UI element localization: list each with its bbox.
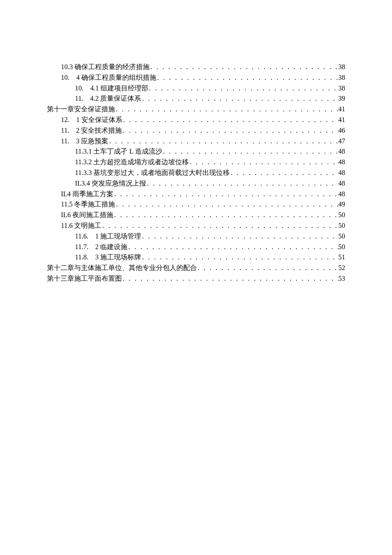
toc-page-number: 48 [338, 157, 345, 168]
toc-page-number: 39 [338, 93, 345, 104]
toc-label: 第十二章与主体施工单位、其他专业分包人的配合 [47, 263, 197, 273]
toc-label: 第十三章施工平面布置图 [47, 273, 122, 284]
toc-entry: 11.3.1 土车丁成孑 L 造成流沙 48 [47, 146, 345, 157]
toc-leader-dots [156, 73, 338, 83]
toc-page-number: 38 [338, 73, 345, 83]
toc-entry: 10.3 确保工程质量的经济措施 38 [47, 62, 345, 73]
toc-entry: 11. 2 安全技术措施 46 [47, 125, 345, 136]
toc-page-number: 52 [338, 263, 345, 273]
table-of-contents: 10.3 确保工程质量的经济措施 38 10. 4 确保工程质量的组织措施 38… [47, 62, 345, 284]
toc-page-number: 41 [338, 104, 345, 115]
toc-entry: 第十三章施工平面布置图 53 [47, 273, 345, 284]
toc-page-number: 50 [338, 210, 345, 221]
toc-page-number: 41 [338, 115, 345, 125]
toc-leader-dots [113, 189, 338, 200]
toc-leader-dots [197, 263, 338, 273]
toc-entry: 第十一章安全保证措施 41 [47, 104, 345, 115]
toc-entry: 11.3.2 土方超挖造成塌方或者边坡位移 48 [47, 157, 345, 168]
toc-leader-dots [189, 157, 338, 168]
toc-label: 12. 1 安全保证体系 [61, 115, 122, 125]
toc-entry: 11. 4.2 质量保证体系 39 [47, 93, 345, 104]
toc-leader-dots [141, 231, 338, 242]
toc-entry: 11.6. 1 施工现场管理 50 [47, 231, 345, 242]
toc-label: 11. 4.2 质量保证体系 [75, 93, 141, 104]
toc-label: 11. 2 安全技术措施 [61, 125, 122, 136]
toc-label: 11.8. 3 施工现场标牌 [75, 252, 141, 263]
toc-leader-dots [141, 252, 338, 263]
toc-page-number: 38 [338, 62, 345, 73]
toc-entry: 11. 3 应急预案 47 [47, 136, 345, 147]
toc-entry: IL6 夜间施工措施 50 [47, 210, 345, 221]
toc-label: 10. 4 确保工程质量的组织措施 [61, 73, 156, 83]
document-page: 10.3 确保工程质量的经济措施 38 10. 4 确保工程质量的组织措施 38… [0, 0, 392, 284]
toc-entry: 11.8. 3 施工现场标牌 51 [47, 252, 345, 263]
toc-label: 11.7. 2 临建设施 [75, 242, 127, 253]
toc-leader-dots [146, 178, 338, 189]
toc-page-number: 48 [338, 146, 345, 157]
toc-entry: 第十二章与主体施工单位、其他专业分包人的配合 52 [47, 263, 345, 273]
toc-page-number: 50 [338, 231, 345, 242]
toc-leader-dots [230, 168, 338, 178]
toc-label: IL3.4 突发应急情况上报 [75, 178, 146, 189]
toc-page-number: 47 [338, 136, 345, 147]
toc-page-number: 50 [338, 242, 345, 253]
toc-leader-dots [162, 146, 338, 157]
toc-entry: 12. 1 安全保证体系 41 [47, 115, 345, 125]
toc-label: 10.3 确保工程质量的经济措施 [61, 62, 150, 73]
toc-leader-dots [122, 125, 338, 136]
toc-leader-dots [113, 210, 338, 221]
toc-leader-dots [148, 83, 338, 94]
toc-page-number: 49 [338, 199, 345, 210]
toc-label: IL6 夜间施工措施 [61, 210, 113, 221]
toc-entry: IL4 雨季施工方案 48 [47, 189, 345, 200]
toc-leader-dots [122, 273, 338, 284]
toc-leader-dots [101, 221, 338, 231]
toc-entry: 11.3.3 基坑变形过大，或者地面荷载过大时出现位移 48 [47, 168, 345, 178]
toc-label: 11.3.2 土方超挖造成塌方或者边坡位移 [75, 157, 189, 168]
toc-label: IL4 雨季施工方案 [61, 189, 113, 200]
toc-page-number: 50 [338, 221, 345, 231]
toc-label: 11.3.1 土车丁成孑 L 造成流沙 [75, 146, 162, 157]
toc-label: 11.6. 1 施工现场管理 [75, 231, 141, 242]
toc-leader-dots [141, 93, 338, 104]
toc-entry: 11.6 文明施工 50 [47, 221, 345, 231]
toc-label: 第十一章安全保证措施 [47, 104, 115, 115]
toc-page-number: 48 [338, 178, 345, 189]
toc-leader-dots [150, 62, 338, 73]
toc-page-number: 51 [338, 252, 345, 263]
toc-entry: IL3.4 突发应急情况上报 48 [47, 178, 345, 189]
toc-page-number: 48 [338, 189, 345, 200]
toc-leader-dots [122, 115, 338, 125]
toc-label: 11.5 冬季施工措施 [61, 199, 115, 210]
toc-entry: 10. 4.1 组建项目经理部 38 [47, 83, 345, 94]
toc-leader-dots [127, 242, 338, 253]
toc-entry: 11.5 冬季施工措施 49 [47, 199, 345, 210]
toc-entry: 11.7. 2 临建设施 50 [47, 242, 345, 253]
toc-page-number: 48 [338, 168, 345, 178]
toc-page-number: 46 [338, 125, 345, 136]
toc-leader-dots [115, 199, 338, 210]
toc-page-number: 38 [338, 83, 345, 94]
toc-label: 11. 3 应急预案 [61, 136, 108, 147]
toc-leader-dots [108, 136, 338, 147]
toc-leader-dots [115, 104, 338, 115]
toc-entry: 10. 4 确保工程质量的组织措施 38 [47, 73, 345, 83]
toc-label: 11.6 文明施工 [61, 221, 101, 231]
toc-page-number: 53 [338, 273, 345, 284]
toc-label: 10. 4.1 组建项目经理部 [75, 83, 148, 94]
toc-label: 11.3.3 基坑变形过大，或者地面荷载过大时出现位移 [75, 168, 230, 178]
